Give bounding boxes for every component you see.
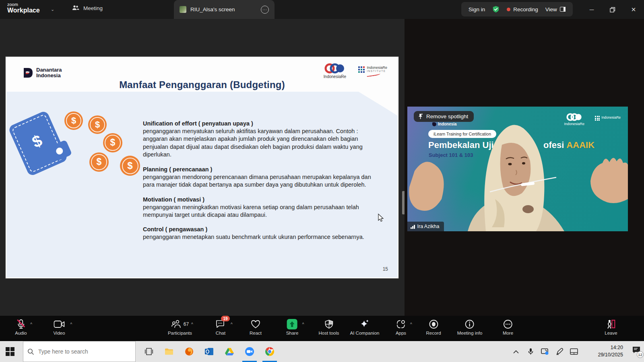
meeting-tab-label: Meeting [83, 5, 103, 11]
firefox-button[interactable] [180, 341, 198, 362]
tab-meeting[interactable]: Meeting [72, 5, 103, 11]
audio-button[interactable]: ^ Audio [15, 319, 27, 335]
meeting-info-button[interactable]: Meeting info [457, 319, 483, 335]
mic-muted-icon [17, 319, 25, 329]
more-button[interactable]: More [503, 319, 513, 335]
indonesia-re-logo: IndonesiaRe [324, 63, 346, 79]
start-button[interactable] [6, 347, 14, 356]
slide-section: Unification of effort ( penyatuan upaya … [143, 120, 378, 159]
file-explorer-button[interactable] [160, 341, 178, 362]
windows-taskbar: 14:20 29/10/2025 12 [0, 341, 644, 362]
pin-icon [418, 113, 423, 119]
heart-icon [250, 319, 261, 329]
zoom-workplace-logo[interactable]: zoom Workplace [7, 2, 40, 14]
institute-subtext: INSTITUTE [367, 70, 387, 72]
section-body: penganggaran meningkatkan motivasi karen… [143, 204, 378, 219]
share-screen-icon [287, 319, 297, 329]
participants-button[interactable]: 67 ^ Participants [168, 319, 192, 335]
host-tools-button[interactable]: Host tools [318, 319, 339, 335]
notification-center-button[interactable]: 12 [632, 346, 641, 356]
tab-shared-screen[interactable]: RIU_Alsa's screen ... [174, 0, 275, 19]
ai-companion-button[interactable]: AI Companion [350, 319, 380, 335]
danantara-text-line2: Indonesia [36, 73, 62, 78]
participant-name: Ira Azikha [417, 224, 440, 229]
slide-body-text: Unification of effort ( penyatuan upaya … [143, 120, 378, 249]
video-strip-panel: Indonesia IndonesiaRe IndonesiaRe iLearn… [405, 19, 644, 316]
taskbar-clock[interactable]: 14:20 29/10/2025 [598, 344, 623, 358]
restore-icon [610, 7, 615, 12]
participant-video-tile[interactable]: Indonesia IndonesiaRe IndonesiaRe iLearn… [407, 107, 628, 231]
react-button[interactable]: React [250, 319, 262, 335]
recording-label: Recording [513, 6, 538, 12]
coin-icon: $ [120, 156, 140, 176]
record-button[interactable]: Record [426, 319, 441, 335]
ellipsis-icon [503, 319, 513, 329]
clock-time: 14:20 [598, 344, 623, 351]
shield-icon [324, 319, 334, 329]
section-heading: Motivation ( motivasi ) [143, 196, 378, 203]
recording-indicator[interactable]: Recording [507, 6, 538, 12]
apps-button[interactable]: ^ Apps [396, 319, 406, 335]
institute-swoosh-icon [367, 72, 381, 77]
shared-screen-area: Danantara Indonesia Manfaat Penganggaran… [0, 19, 405, 316]
audio-chevron-icon[interactable]: ^ [30, 322, 32, 327]
leave-button[interactable]: Leave [605, 319, 617, 335]
view-layout-icon [560, 7, 566, 12]
share-button[interactable]: ^ Share [286, 319, 299, 335]
leave-icon [606, 319, 616, 329]
recording-dot-icon [507, 8, 510, 11]
sparkle-icon [359, 319, 370, 329]
minimize-button[interactable]: ─ [581, 0, 602, 19]
info-icon [464, 319, 475, 329]
remove-spotlight-button[interactable]: Remove spotlight [414, 111, 474, 122]
sign-in-button[interactable]: Sign in [469, 6, 485, 12]
workplace-logo-text: Workplace [7, 7, 40, 14]
view-label: View [545, 6, 557, 12]
apps-chevron-icon[interactable]: ^ [410, 322, 412, 327]
participants-chevron-icon[interactable]: ^ [191, 322, 193, 327]
chrome-button[interactable] [261, 341, 279, 362]
tab-options-ellipsis-icon[interactable]: ... [261, 6, 269, 14]
camera-icon [54, 320, 65, 328]
tray-mic-icon[interactable] [523, 341, 538, 362]
institute-text: IndonesiaRe [367, 66, 387, 70]
slide-title: Manfaat Penganggaran (Budgeting) [6, 79, 398, 90]
danantara-text-line1: Danantara [36, 67, 62, 73]
outlook-button[interactable] [200, 341, 218, 362]
google-drive-button[interactable] [221, 341, 238, 362]
tray-pen-icon[interactable] [552, 341, 567, 362]
task-view-button[interactable] [140, 341, 158, 362]
video-button[interactable]: ^ Video [53, 319, 65, 335]
security-shield-icon[interactable] [492, 6, 500, 13]
video-chevron-icon[interactable]: ^ [70, 322, 72, 327]
search-input[interactable] [38, 348, 127, 355]
section-body: penganggaran menyatukan seluruh aktifita… [143, 128, 378, 159]
share-chevron-icon[interactable]: ^ [302, 322, 304, 327]
view-button[interactable]: View [545, 6, 566, 12]
participants-count: 67 [184, 321, 189, 327]
participants-icon [72, 5, 80, 11]
chat-chevron-icon[interactable]: ^ [231, 322, 233, 327]
coin-icon: $ [103, 133, 122, 152]
section-body: penganggaran mendorong perencanaan diman… [143, 173, 378, 189]
tray-touchpad-icon[interactable] [567, 341, 581, 362]
workspace-chevron-down-icon[interactable]: ⌄ [51, 7, 54, 12]
taskbar-search[interactable] [23, 341, 136, 362]
indonesia-re-institute-logo: IndonesiaRe INSTITUTE [358, 66, 387, 76]
record-icon [428, 319, 439, 329]
chat-unread-badge: 19 [221, 316, 230, 321]
chat-button[interactable]: 19 ^ Chat [215, 319, 226, 335]
tray-chevron-up-icon[interactable] [509, 341, 523, 362]
close-button[interactable]: ✕ [623, 0, 644, 19]
zoom-app-button[interactable] [241, 341, 258, 362]
danantara-logo: Danantara Indonesia [23, 67, 62, 79]
tray-screen-share-icon[interactable] [538, 341, 552, 362]
slide-section: Motivation ( motivasi ) penganggaran men… [143, 196, 378, 219]
participant-person [407, 107, 628, 231]
slide-section: Control ( pengawasan ) penganggaran mene… [143, 226, 378, 241]
section-heading: Planning ( perencanaan ) [143, 166, 378, 173]
wallet-coins-illustration: $ $ $ $ $ $ [17, 104, 142, 193]
slide-section: Planning ( perencanaan ) penganggaran me… [143, 166, 378, 189]
clock-date: 29/10/2025 [598, 351, 623, 358]
maximize-button[interactable] [602, 0, 623, 19]
